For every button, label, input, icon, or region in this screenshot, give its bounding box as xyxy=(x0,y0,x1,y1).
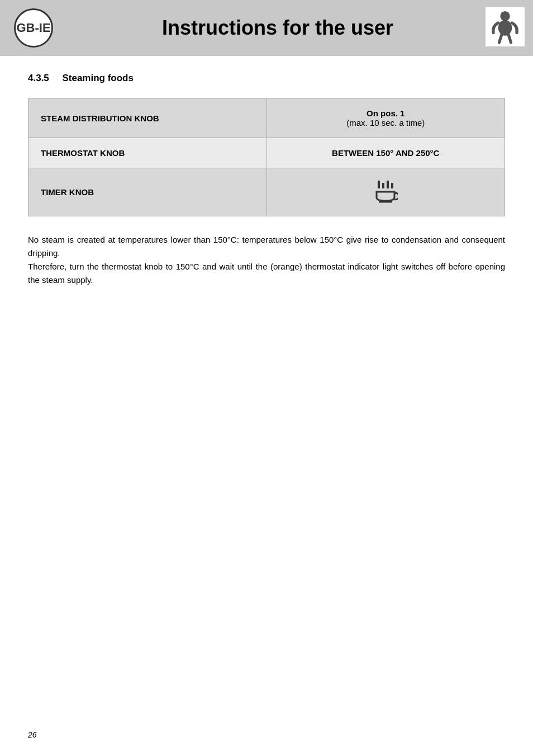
table-row: TIMER KNOB xyxy=(28,168,505,216)
table-row: STEAM DISTRIBUTION KNOB On pos. 1 (max. … xyxy=(28,98,505,138)
timer-symbol-icon xyxy=(373,178,398,206)
page-number: 26 xyxy=(28,730,37,739)
svg-rect-6 xyxy=(391,183,393,188)
thermostat-knob-value: BETWEEN 150° AND 250°C xyxy=(266,138,505,168)
page-title: Instructions for the user xyxy=(67,16,533,40)
logo-container: GB-IE xyxy=(0,0,67,59)
section-title: Steaming foods xyxy=(62,73,134,83)
svg-point-1 xyxy=(500,11,510,21)
person-icon xyxy=(483,4,527,49)
main-content: 4.3.5 Steaming foods STEAM DISTRIBUTION … xyxy=(0,56,533,315)
section-number: 4.3.5 xyxy=(28,73,49,83)
steam-knob-value-line2: (max. 10 sec. a time) xyxy=(279,118,493,127)
section-heading: 4.3.5 Steaming foods xyxy=(28,73,505,84)
settings-table: STEAM DISTRIBUTION KNOB On pos. 1 (max. … xyxy=(28,98,505,216)
svg-rect-4 xyxy=(382,183,384,188)
svg-point-2 xyxy=(498,20,512,36)
svg-rect-5 xyxy=(387,181,389,188)
description-text: No steam is created at temperatures lowe… xyxy=(28,233,505,287)
page-header: GB-IE Instructions for the user xyxy=(0,0,533,56)
steam-knob-value: On pos. 1 (max. 10 sec. a time) xyxy=(266,98,505,138)
thermostat-knob-label: THERMOSTAT KNOB xyxy=(28,138,267,168)
svg-rect-3 xyxy=(378,181,380,188)
steam-knob-label: STEAM DISTRIBUTION KNOB xyxy=(28,98,267,138)
table-row: THERMOSTAT KNOB BETWEEN 150° AND 250°C xyxy=(28,138,505,168)
timer-knob-value xyxy=(266,168,505,216)
steam-knob-value-line1: On pos. 1 xyxy=(279,108,493,118)
timer-knob-label: TIMER KNOB xyxy=(28,168,267,216)
gb-ie-logo: GB-IE xyxy=(14,8,53,48)
